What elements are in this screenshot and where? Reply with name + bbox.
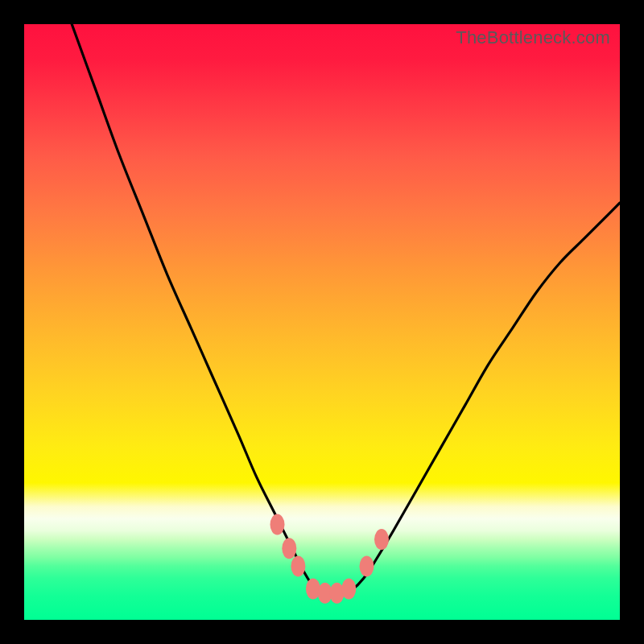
marker-bottom-4 xyxy=(341,579,356,600)
marker-left-mid xyxy=(282,538,296,559)
marker-left-lower xyxy=(291,555,305,576)
marker-group xyxy=(270,514,390,604)
chart-frame: TheBottleneck.com xyxy=(0,0,644,644)
bottleneck-curve-path xyxy=(72,24,620,597)
chart-svg xyxy=(24,24,620,620)
marker-left-upper xyxy=(270,514,285,535)
marker-right-upper xyxy=(374,529,389,550)
marker-right-lower xyxy=(360,555,374,576)
plot-area: TheBottleneck.com xyxy=(24,24,620,620)
